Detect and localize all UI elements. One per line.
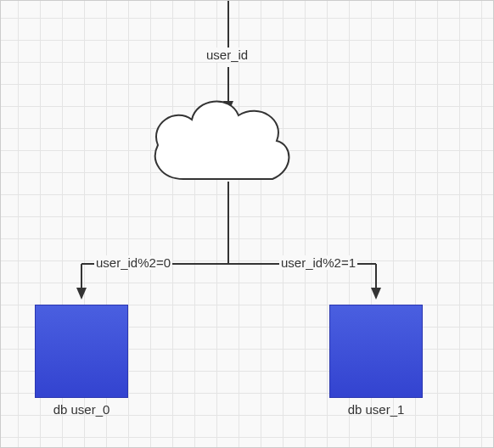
db-box (35, 305, 128, 398)
db-caption-right: db user_1 (329, 402, 423, 417)
db-box (329, 305, 423, 398)
input-label: user_id (205, 48, 250, 62)
db-node-left: db user_0 (35, 305, 128, 398)
db-node-right: db user_1 (329, 305, 423, 398)
branch-right-label: user_id%2=1 (279, 255, 357, 270)
diagram-canvas: user_id user_id%2=0 user_id%2=1 db user_… (0, 0, 494, 448)
cloud-node (155, 102, 289, 179)
branch-left-label: user_id%2=0 (94, 255, 172, 270)
db-caption-left: db user_0 (35, 402, 128, 417)
